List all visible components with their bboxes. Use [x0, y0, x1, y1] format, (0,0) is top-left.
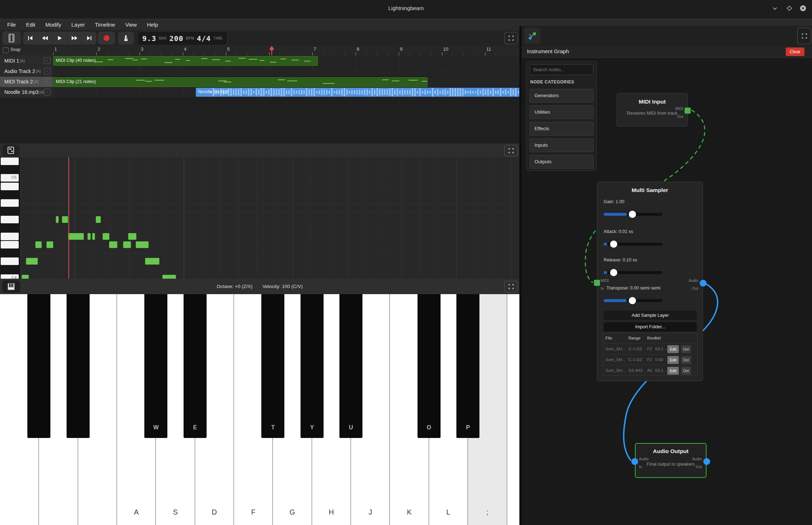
midi-note[interactable]: [162, 275, 176, 279]
edit-button[interactable]: Edit: [667, 345, 679, 353]
menu-help[interactable]: Help: [142, 19, 163, 31]
piano-roll-key[interactable]: [1, 158, 19, 165]
skip-end-button[interactable]: [82, 32, 96, 45]
edit-button[interactable]: Edit: [667, 356, 679, 364]
sampler-audio-out-port[interactable]: [700, 280, 707, 287]
node-multi-sampler[interactable]: Multi Sampler Gain: 1.00 Attack: 0.01 ss…: [597, 182, 703, 381]
menu-view[interactable]: View: [120, 19, 142, 31]
midi-note[interactable]: [35, 241, 42, 248]
piano-roll-key[interactable]: C5: [1, 174, 19, 182]
metronome-button[interactable]: [118, 32, 134, 45]
track-header[interactable]: MIDI 1[A]-: [0, 55, 53, 66]
black-key-U[interactable]: U: [339, 294, 362, 438]
transpose-slider[interactable]: [604, 299, 662, 302]
black-key-P[interactable]: P: [456, 294, 479, 438]
audio-output-in-port[interactable]: [631, 458, 638, 465]
minimize-icon[interactable]: [770, 4, 780, 13]
ruler-bar-tick: [485, 52, 486, 55]
piano-roll[interactable]: C5C4: [0, 157, 519, 279]
delete-button[interactable]: Del: [681, 367, 691, 375]
timeline-fullscreen-button[interactable]: [504, 32, 518, 44]
fast-forward-button[interactable]: [67, 32, 82, 45]
black-key-W[interactable]: W: [144, 294, 167, 438]
snap-checkbox[interactable]: [3, 47, 9, 53]
track-header[interactable]: Audio Track 2[A]-: [0, 66, 53, 77]
midi-clip[interactable]: MIDI Clip (40 notes): [53, 56, 318, 66]
title-bar: Lightningbeam: [0, 0, 812, 19]
track-toggle[interactable]: -: [44, 78, 50, 85]
audio-clip[interactable]: Noodle 18.mp3: [196, 88, 519, 97]
keyboard-fullscreen-button[interactable]: [504, 281, 518, 292]
delete-button[interactable]: Del: [681, 345, 691, 353]
keyboard-panel-button[interactable]: [2, 280, 20, 293]
menu-modify[interactable]: Modify: [40, 19, 66, 31]
midi-note[interactable]: [92, 233, 95, 240]
gain-slider[interactable]: [604, 213, 662, 216]
piano-roll-key[interactable]: [1, 183, 19, 190]
piano-roll-grid[interactable]: [20, 157, 519, 279]
close-icon[interactable]: [798, 4, 808, 13]
midi-note[interactable]: [109, 241, 117, 248]
track-toggle[interactable]: -: [44, 68, 50, 74]
piano-roll-key[interactable]: C4: [1, 274, 19, 279]
midi-clip[interactable]: MIDI Clip (21 notes): [53, 77, 428, 87]
midi-note[interactable]: [103, 233, 109, 240]
midi-note[interactable]: [68, 233, 84, 240]
midi-note[interactable]: [136, 241, 149, 248]
sampler-midi-in-port[interactable]: [594, 280, 600, 286]
playhead-marker[interactable]: [267, 46, 276, 55]
track-header[interactable]: Noodle 18.mp3[A]-: [0, 87, 53, 98]
menu-edit[interactable]: Edit: [21, 19, 40, 31]
record-button[interactable]: [98, 32, 115, 45]
black-key-O[interactable]: O: [418, 294, 441, 438]
midi-note[interactable]: [62, 216, 68, 223]
track-header[interactable]: MIDI Track 2[A]-: [0, 77, 53, 87]
skip-start-button[interactable]: [23, 32, 38, 45]
import-folder-button[interactable]: Import Folder...: [604, 322, 697, 332]
black-key[interactable]: [67, 294, 90, 438]
rewind-button[interactable]: [38, 32, 53, 45]
piano-roll-key[interactable]: [1, 257, 19, 265]
midi-note[interactable]: [56, 216, 59, 223]
midi-note[interactable]: [26, 258, 38, 265]
midi-out-port[interactable]: [685, 108, 691, 114]
menu-timeline[interactable]: Timeline: [90, 19, 120, 31]
edit-button[interactable]: Edit: [667, 367, 679, 375]
piano-roll-key[interactable]: [1, 199, 19, 207]
timesig-value[interactable]: 4/4: [197, 34, 211, 43]
menu-file[interactable]: File: [2, 19, 21, 31]
midi-note[interactable]: [128, 233, 136, 240]
release-slider[interactable]: [604, 271, 662, 274]
midi-note[interactable]: [96, 216, 101, 223]
maximize-icon[interactable]: [785, 4, 794, 13]
timeline-ruler[interactable]: Snap 1234567891011: [0, 46, 519, 56]
attack-slider[interactable]: [604, 243, 662, 246]
node-audio-output[interactable]: Audio Output Final output to speakers Au…: [635, 443, 707, 478]
track-toggle[interactable]: -: [44, 89, 50, 95]
track-lane-area[interactable]: MIDI Clip (40 notes)MIDI Clip (21 notes)…: [53, 55, 519, 97]
piano-roll-key[interactable]: [1, 216, 19, 223]
midi-note[interactable]: [22, 275, 29, 279]
piano-roll-key[interactable]: [1, 241, 19, 248]
black-key-Y[interactable]: Y: [301, 294, 324, 438]
audio-output-out-port[interactable]: [703, 458, 710, 465]
piano-roll-fullscreen-button[interactable]: [504, 145, 518, 156]
track-toggle[interactable]: -: [44, 58, 50, 64]
clip-label: Noodle 18.mp3: [198, 89, 229, 94]
timeline-panel-button[interactable]: [2, 31, 21, 45]
play-button[interactable]: [53, 32, 67, 45]
midi-note[interactable]: [145, 258, 159, 265]
black-key[interactable]: [27, 294, 50, 438]
bpm-value[interactable]: 200: [169, 34, 183, 43]
black-key-E[interactable]: E: [184, 294, 207, 438]
menu-layer[interactable]: Layer: [66, 19, 90, 31]
add-sample-layer-button[interactable]: Add Sample Layer: [604, 311, 697, 320]
piano-roll-panel-button[interactable]: [2, 145, 19, 156]
midi-note[interactable]: [46, 241, 53, 248]
midi-note[interactable]: [87, 233, 91, 240]
midi-note[interactable]: [123, 241, 131, 248]
black-key-T[interactable]: T: [261, 294, 284, 438]
piano-roll-key[interactable]: [1, 233, 19, 240]
delete-button[interactable]: Del: [681, 356, 691, 364]
node-midi-input[interactable]: MIDI Input Receives MIDI from track MIDI…: [617, 93, 688, 127]
